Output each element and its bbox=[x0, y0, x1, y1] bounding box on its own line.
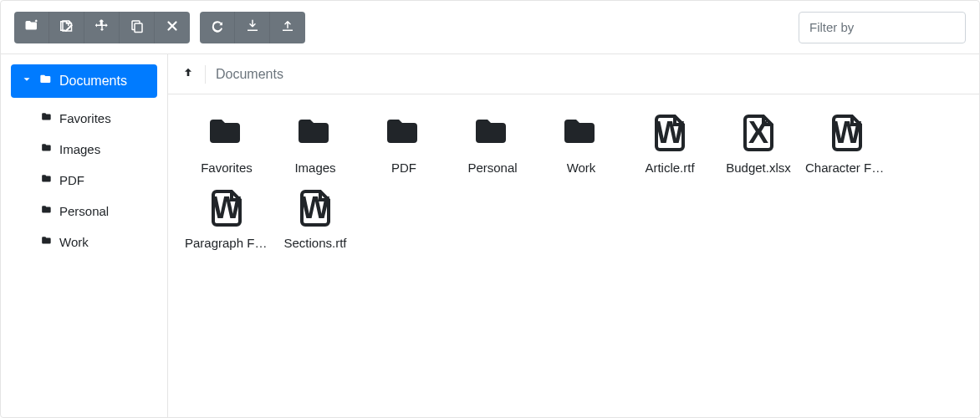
file-icon: W bbox=[207, 188, 247, 231]
breadcrumb: Documents bbox=[168, 54, 979, 94]
file-item[interactable]: XBudget.xlsx bbox=[715, 108, 802, 180]
svg-rect-1 bbox=[135, 23, 142, 33]
tree-item-pdf[interactable]: PDF bbox=[38, 165, 157, 196]
folder-item[interactable]: Images bbox=[272, 108, 359, 180]
file-cursor-icon bbox=[58, 18, 76, 36]
item-label: PDF bbox=[391, 161, 416, 175]
folder-item[interactable]: Favorites bbox=[183, 108, 270, 180]
chevron-down-icon bbox=[21, 74, 33, 89]
file-icon: W bbox=[650, 113, 690, 155]
tree-root-label: Documents bbox=[59, 74, 127, 89]
svg-text:W: W bbox=[212, 191, 241, 225]
tree-item-label: PDF bbox=[59, 173, 84, 187]
folder-icon bbox=[472, 113, 513, 155]
file-item[interactable]: WSections.rtf bbox=[272, 183, 359, 255]
folder-icon bbox=[41, 173, 53, 187]
tree-children: Favorites Images PDF Personal Work bbox=[11, 103, 157, 257]
item-label: Character Formatting.docx bbox=[805, 161, 889, 175]
item-label: Paragraph Formatting.docx bbox=[185, 236, 268, 250]
body: Documents Favorites Images PDF Personal bbox=[1, 54, 979, 417]
svg-text:W: W bbox=[656, 115, 684, 150]
tree-item-work[interactable]: Work bbox=[38, 227, 157, 257]
refresh-button[interactable] bbox=[200, 12, 235, 43]
refresh-icon bbox=[210, 18, 225, 36]
item-label: Favorites bbox=[201, 161, 253, 175]
folder-icon bbox=[561, 113, 601, 155]
folder-item[interactable]: Work bbox=[538, 108, 625, 180]
tree-root-documents[interactable]: Documents bbox=[11, 64, 157, 98]
folder-item[interactable]: Personal bbox=[449, 108, 536, 180]
tree-item-images[interactable]: Images bbox=[38, 134, 157, 165]
file-item[interactable]: WArticle.rtf bbox=[626, 108, 713, 180]
tree-item-label: Favorites bbox=[59, 111, 111, 125]
file-icon: X bbox=[738, 113, 778, 155]
close-icon bbox=[165, 18, 180, 36]
folder-icon bbox=[41, 204, 53, 218]
tree-item-label: Personal bbox=[59, 204, 109, 218]
main-panel: Documents FavoritesImagesPDFPersonalWork… bbox=[168, 54, 979, 417]
sidebar: Documents Favorites Images PDF Personal bbox=[1, 54, 168, 417]
file-icon: W bbox=[295, 188, 335, 231]
tree-item-personal[interactable]: Personal bbox=[38, 196, 157, 227]
move-button[interactable] bbox=[84, 12, 120, 43]
folder-item[interactable]: PDF bbox=[360, 108, 447, 180]
folder-icon bbox=[41, 142, 53, 156]
breadcrumb-separator bbox=[205, 65, 206, 84]
download-button[interactable] bbox=[235, 12, 270, 43]
item-label: Budget.xlsx bbox=[726, 161, 791, 175]
item-label: Sections.rtf bbox=[283, 236, 346, 250]
file-icon: W bbox=[827, 113, 867, 155]
tree-item-label: Images bbox=[59, 142, 100, 156]
folder-plus-icon bbox=[24, 18, 39, 36]
toolbar bbox=[1, 1, 979, 54]
folder-icon bbox=[207, 113, 247, 155]
copy-icon bbox=[130, 18, 145, 36]
item-label: Article.rtf bbox=[645, 161, 694, 175]
upload-icon bbox=[280, 18, 295, 36]
upload-button[interactable] bbox=[270, 12, 305, 43]
move-icon bbox=[94, 18, 110, 36]
folder-icon bbox=[41, 235, 53, 249]
tree-item-label: Work bbox=[59, 235, 89, 249]
up-button[interactable] bbox=[181, 66, 195, 82]
folder-icon bbox=[295, 113, 335, 155]
tree-item-favorites[interactable]: Favorites bbox=[38, 103, 157, 134]
file-item[interactable]: WCharacter Formatting.docx bbox=[804, 108, 891, 180]
rename-button[interactable] bbox=[49, 12, 84, 43]
delete-button[interactable] bbox=[155, 12, 190, 43]
filter-input[interactable] bbox=[799, 12, 966, 43]
svg-text:X: X bbox=[748, 115, 768, 150]
new-folder-button[interactable] bbox=[14, 12, 49, 43]
folder-icon bbox=[41, 111, 53, 125]
breadcrumb-current[interactable]: Documents bbox=[216, 67, 283, 82]
item-label: Personal bbox=[467, 161, 517, 175]
folder-icon bbox=[39, 73, 53, 89]
folder-icon bbox=[384, 113, 424, 155]
toolbar-group-file bbox=[14, 12, 190, 43]
file-item[interactable]: WParagraph Formatting.docx bbox=[183, 183, 270, 255]
item-label: Images bbox=[294, 161, 335, 175]
download-icon bbox=[245, 18, 260, 36]
svg-text:W: W bbox=[301, 191, 329, 225]
file-grid: FavoritesImagesPDFPersonalWorkWArticle.r… bbox=[168, 94, 979, 268]
toolbar-group-transfer bbox=[200, 12, 305, 43]
item-label: Work bbox=[567, 161, 596, 175]
copy-button[interactable] bbox=[120, 12, 155, 43]
svg-text:W: W bbox=[833, 115, 861, 150]
file-manager: Documents Favorites Images PDF Personal bbox=[0, 0, 980, 418]
